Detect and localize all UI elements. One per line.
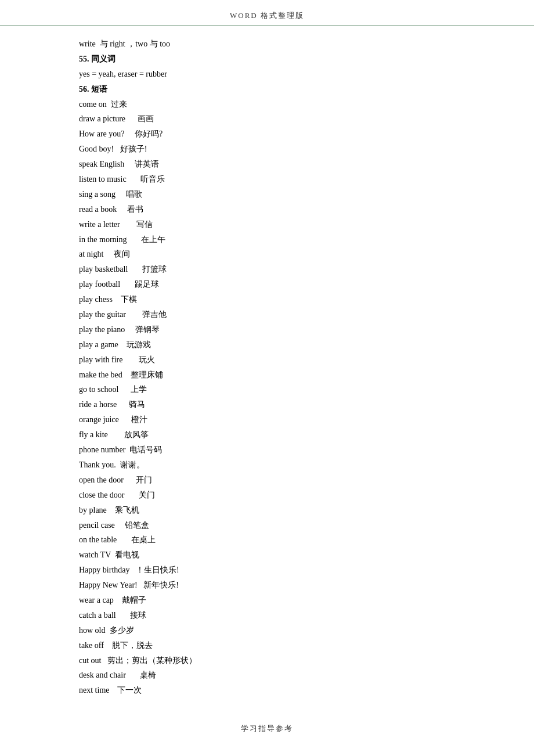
line11: sing a song 唱歌 [79,187,455,202]
line29: Thank you. 谢谢。 [79,458,455,473]
line13: write a letter 写信 [79,217,455,232]
line8: Good boy! 好孩子! [79,142,455,157]
line17: play football 踢足球 [79,277,455,292]
line3: yes = yeah, eraser = rubber [79,67,455,82]
line14: in the morning 在上午 [79,232,455,247]
line35: watch TV 看电视 [79,548,455,563]
page: WORD 格式整理版 write 与 right ，two 与 too55. 同… [0,0,534,756]
line20: play the piano 弹钢琴 [79,322,455,337]
line5: come on 过来 [79,97,455,112]
line23: make the bed 整理床铺 [79,368,455,383]
line41: take off 脱下，脱去 [79,638,455,653]
line39: catch a ball 接球 [79,608,455,623]
line4: 56. 短语 [79,82,455,97]
line21: play a game 玩游戏 [79,337,455,352]
footer-text: 学习指导参考 [241,724,293,733]
line40: how old 多少岁 [79,623,455,638]
line26: orange juice 橙汁 [79,412,455,427]
line36: Happy birthday ！生日快乐! [79,563,455,578]
header-title: WORD 格式整理版 [230,11,304,20]
line37: Happy New Year! 新年快乐! [79,578,455,593]
line6: draw a picture 画画 [79,111,455,127]
line34: on the table 在桌上 [79,532,455,548]
line25: ride a horse 骑马 [79,397,455,412]
line9: speak English 讲英语 [79,157,455,172]
line38: wear a cap 戴帽子 [79,593,455,608]
line32: by plane 乘飞机 [79,503,455,518]
line16: play basketball 打篮球 [79,262,455,277]
line24: go to school 上学 [79,382,455,397]
line43: desk and chair 桌椅 [79,668,455,683]
line15: at night 夜间 [79,247,455,262]
line7: How are you? 你好吗? [79,127,455,142]
line18: play chess 下棋 [79,292,455,307]
line30: open the door 开门 [79,473,455,488]
page-header: WORD 格式整理版 [0,0,534,26]
line44: next time 下一次 [79,683,455,698]
line42: cut out 剪出；剪出（某种形状） [79,653,455,668]
line33: pencil case 铅笔盒 [79,518,455,533]
line22: play with fire 玩火 [79,352,455,368]
line12: read a book 看书 [79,202,455,217]
line19: play the guitar 弹吉他 [79,307,455,322]
line28: phone number 电话号码 [79,442,455,458]
line27: fly a kite 放风筝 [79,427,455,442]
line2: 55. 同义词 [79,52,455,67]
line10: listen to music 听音乐 [79,172,455,187]
line31: close the door 关门 [79,488,455,503]
page-footer: 学习指导参考 [0,706,534,744]
line1: write 与 right ，two 与 too [79,37,455,52]
main-content: write 与 right ，two 与 too55. 同义词yes = yea… [0,37,534,698]
